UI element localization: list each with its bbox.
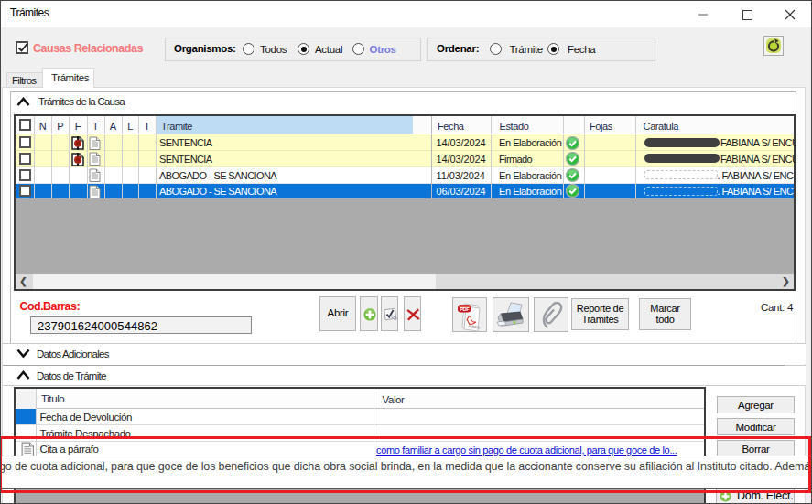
svg-text:PDF: PDF <box>460 306 470 312</box>
